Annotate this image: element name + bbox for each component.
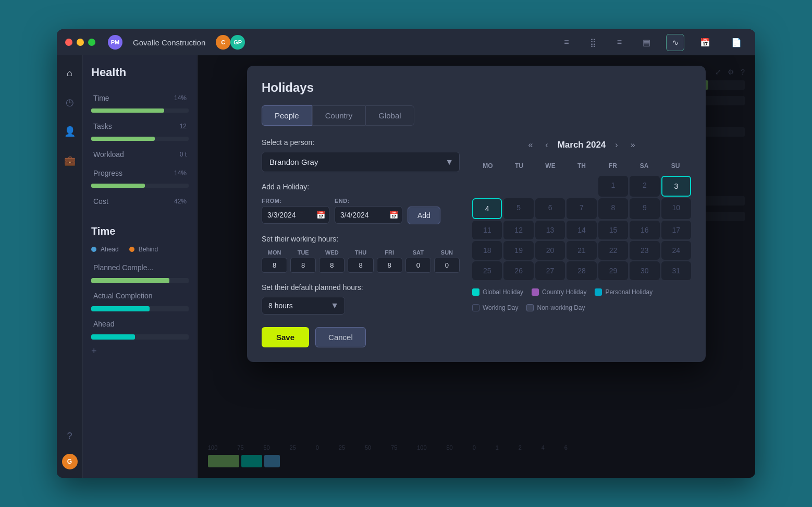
sidebar-item-time[interactable]: Time 14% [91, 90, 189, 106]
nav-time-icon[interactable]: ◷ [60, 93, 79, 112]
wh-input-thu[interactable] [348, 258, 373, 273]
toolbar-table-icon[interactable]: ▤ [637, 34, 656, 51]
sidebar-actual-completion[interactable]: Actual Completion [91, 287, 189, 304]
cal-day-24[interactable]: 24 [661, 241, 691, 260]
cal-day-7[interactable]: 7 [567, 198, 596, 219]
cal-day-9[interactable]: 9 [630, 198, 659, 219]
legend-working-swatch [472, 304, 479, 311]
legend-nonworking-swatch [526, 304, 534, 311]
sidebar-item-tasks[interactable]: Tasks 12 [91, 118, 189, 135]
modal-body: Select a person: Brandon Gray ▼ Add a Ho… [262, 138, 691, 347]
nav-work-icon[interactable]: 💼 [60, 151, 79, 170]
wh-col-sat: SAT [405, 249, 431, 273]
cal-header-th: TH [566, 160, 597, 172]
cal-day-16[interactable]: 16 [630, 221, 659, 239]
toolbar-chart-icon[interactable]: ∿ [666, 34, 684, 51]
sidebar-item-tasks-badge: 12 [180, 123, 187, 130]
legend-nonworking-label: Non-working Day [537, 304, 585, 311]
from-calendar-icon[interactable]: 📅 [316, 211, 325, 219]
sidebar-ahead[interactable]: Ahead [91, 316, 189, 332]
sidebar-item-cost[interactable]: Cost 42% [91, 193, 189, 210]
cal-empty [503, 176, 533, 197]
nav-people-icon[interactable]: 👤 [60, 122, 79, 141]
wh-input-sun[interactable] [434, 258, 460, 273]
sidebar-item-progress[interactable]: Progress 14% [91, 165, 189, 182]
add-button[interactable]: Add [408, 207, 440, 224]
cal-day-20[interactable]: 20 [535, 241, 565, 260]
cal-next-button[interactable]: › [612, 138, 621, 152]
cal-day-6[interactable]: 6 [535, 198, 565, 219]
dph-select[interactable]: 8 hours 4 hours 6 hours 10 hours [262, 297, 345, 315]
cal-day-15[interactable]: 15 [598, 221, 628, 239]
cal-day-11[interactable]: 11 [472, 221, 502, 239]
cal-body: 1234567891011121314151617181920212223242… [472, 176, 691, 280]
toolbar-filter-icon[interactable]: ≡ [612, 34, 627, 50]
wh-input-tue[interactable] [290, 258, 316, 273]
tab-people[interactable]: People [262, 105, 312, 126]
cal-day-8[interactable]: 8 [598, 198, 628, 219]
sidebar-add-button[interactable]: + [91, 346, 189, 357]
cal-day-14[interactable]: 14 [567, 221, 596, 239]
toolbar-doc-icon[interactable]: 📄 [726, 34, 747, 51]
cal-day-23[interactable]: 23 [630, 241, 659, 260]
cancel-button[interactable]: Cancel [315, 327, 366, 347]
cal-day-17[interactable]: 17 [661, 221, 691, 239]
cal-day-31[interactable]: 31 [661, 261, 691, 280]
wh-col-tue: TUE [290, 249, 316, 273]
tab-country[interactable]: Country [312, 105, 366, 126]
cal-day-26[interactable]: 26 [503, 261, 533, 280]
toolbar-grid-icon[interactable]: ⣿ [585, 34, 601, 51]
cal-day-21[interactable]: 21 [567, 241, 596, 260]
cal-day-4[interactable]: 4 [472, 198, 502, 219]
toolbar-list-icon[interactable]: ≡ [559, 34, 574, 50]
toolbar-icons: ≡ ⣿ ≡ ▤ ∿ 📅 📄 [559, 34, 747, 51]
wh-input-wed[interactable] [319, 258, 345, 273]
cal-day-3[interactable]: 3 [661, 176, 691, 197]
wh-day-sat: SAT [405, 249, 431, 256]
wh-input-fri[interactable] [377, 258, 402, 273]
cal-day-30[interactable]: 30 [630, 261, 659, 280]
cal-header-we: WE [535, 160, 566, 172]
sidebar-item-workload[interactable]: Workload 0 t [91, 146, 189, 163]
sidebar-item-progress-badge: 14% [174, 170, 187, 177]
app-title: Govalle Construction [133, 38, 205, 47]
wh-input-sat[interactable] [405, 258, 431, 273]
cal-day-28[interactable]: 28 [567, 261, 596, 280]
modal-right-col: « ‹ March 2024 › » MO TU WE [472, 138, 691, 347]
cal-next-next-button[interactable]: » [628, 138, 638, 152]
close-button[interactable] [65, 39, 72, 46]
sidebar-item-workload-label: Workload [93, 150, 124, 159]
cal-header-row: MO TU WE TH FR SA SU [472, 160, 691, 172]
cal-day-2[interactable]: 2 [630, 176, 659, 197]
cal-day-10[interactable]: 10 [661, 198, 691, 219]
legend-ahead-label: Ahead [101, 246, 119, 253]
cal-prev-prev-button[interactable]: « [525, 138, 536, 152]
cal-day-12[interactable]: 12 [503, 221, 533, 239]
cal-header-sa: SA [629, 160, 660, 172]
toolbar-calendar-icon[interactable]: 📅 [695, 34, 716, 51]
maximize-button[interactable] [88, 39, 95, 46]
cal-day-19[interactable]: 19 [503, 241, 533, 260]
cal-day-5[interactable]: 5 [503, 198, 533, 219]
working-hours-title: Set their working hours: [262, 235, 460, 243]
cal-day-13[interactable]: 13 [535, 221, 565, 239]
cal-day-25[interactable]: 25 [472, 261, 502, 280]
cal-day-29[interactable]: 29 [598, 261, 628, 280]
cal-prev-button[interactable]: ‹ [542, 138, 551, 152]
end-calendar-icon[interactable]: 📅 [389, 211, 398, 219]
person-select[interactable]: Brandon Gray [262, 152, 460, 172]
sidebar-planned-complete[interactable]: Planned Comple... [91, 259, 189, 276]
save-button[interactable]: Save [262, 327, 309, 347]
cal-day-27[interactable]: 27 [535, 261, 565, 280]
nav-home-icon[interactable]: ⌂ [60, 64, 79, 82]
minimize-button[interactable] [77, 39, 84, 46]
cal-day-18[interactable]: 18 [472, 241, 502, 260]
wh-input-mon[interactable] [262, 258, 287, 273]
cal-day-1[interactable]: 1 [598, 176, 628, 197]
cal-day-22[interactable]: 22 [598, 241, 628, 260]
nav-help-icon[interactable]: ? [60, 427, 79, 445]
avatar-gp: GP [230, 35, 245, 50]
user-avatar[interactable]: G [62, 454, 78, 469]
legend-personal-swatch [595, 288, 602, 296]
tab-global[interactable]: Global [365, 105, 414, 126]
